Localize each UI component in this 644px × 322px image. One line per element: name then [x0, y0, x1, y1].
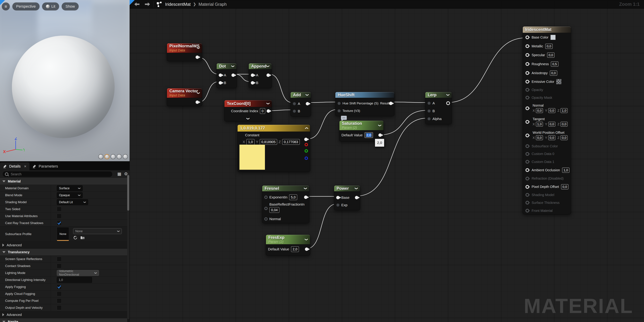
- node-fresexp[interactable]: FresExpParam (2)❯Default Value2,0: [266, 235, 310, 255]
- show-button[interactable]: Show: [62, 2, 79, 10]
- browse-asset-icon[interactable]: [80, 235, 85, 240]
- value-box[interactable]: 0,0: [561, 184, 568, 189]
- input-pin[interactable]: [336, 203, 340, 207]
- input-pin[interactable]: [526, 185, 529, 189]
- dropdown-lighting-mode[interactable]: Volumetric NonDirectional❯: [57, 270, 99, 276]
- details-scrollbar-thumb[interactable]: [127, 175, 129, 211]
- value-box[interactable]: 2,0: [364, 132, 373, 138]
- node-hueshift[interactable]: HueShiftHue Shift Percentage (S)ResultTe…: [335, 92, 394, 116]
- node-append[interactable]: Append❯AB: [248, 63, 272, 88]
- field-directional-lighting-intensity[interactable]: 1,0: [57, 277, 92, 283]
- chevron-down-icon[interactable]: ❯: [266, 102, 270, 105]
- chevron-down-icon[interactable]: ❯: [196, 92, 200, 94]
- value-box[interactable]: 2,0: [291, 246, 299, 252]
- input-pin[interactable]: [526, 193, 529, 197]
- value-box[interactable]: 1,0: [246, 139, 254, 145]
- channel-output-pin[interactable]: [304, 157, 308, 160]
- output-pin[interactable]: [378, 133, 382, 137]
- input-pin[interactable]: [526, 177, 529, 180]
- value-box[interactable]: 0: [260, 108, 265, 114]
- forward-arrow-icon[interactable]: [144, 2, 151, 7]
- input-pin[interactable]: [526, 53, 529, 57]
- chevron-down-icon[interactable]: ❯: [231, 65, 235, 67]
- input-pin[interactable]: [526, 201, 529, 204]
- input-pin[interactable]: [293, 102, 296, 105]
- output-pin[interactable]: [266, 73, 270, 77]
- node-pixelnormalws[interactable]: PixelNormalWSInput Data❯: [167, 43, 202, 61]
- chevron-down-icon[interactable]: ❯: [354, 187, 358, 190]
- input-pin[interactable]: [338, 102, 341, 105]
- output-pin[interactable]: [196, 55, 199, 59]
- chevron-down-icon[interactable]: ❯: [266, 65, 270, 67]
- output-pin[interactable]: [389, 102, 392, 105]
- output-pin[interactable]: [355, 196, 358, 199]
- section-header-nanite[interactable]: Nanite: [0, 318, 127, 322]
- tab-parameters[interactable]: Parameters: [30, 162, 61, 170]
- input-pin[interactable]: [526, 209, 529, 212]
- node-add[interactable]: Add❯AB: [290, 92, 311, 116]
- input-pin[interactable]: [526, 152, 529, 156]
- asset-thumbnail[interactable]: None: [57, 227, 69, 241]
- use-selected-asset-icon[interactable]: [73, 235, 78, 240]
- checkbox-compute-fog-per-pixel[interactable]: [57, 298, 62, 303]
- value-box[interactable]: 0,177083: [282, 139, 300, 145]
- checkbox-two-sided[interactable]: [57, 207, 62, 211]
- node-power[interactable]: Power❯BaseExp: [334, 185, 360, 210]
- input-pin[interactable]: [526, 62, 529, 66]
- output-pin[interactable]: [251, 81, 254, 85]
- output-pin[interactable]: [219, 81, 222, 85]
- chevron-down-icon[interactable]: ❯: [378, 124, 382, 127]
- section-header-translucency[interactable]: Translucency: [0, 249, 127, 256]
- input-pin[interactable]: [526, 96, 529, 99]
- checkbox-use-material-attributes[interactable]: [57, 214, 62, 218]
- output-pin[interactable]: [267, 109, 270, 113]
- checkbox-output-depth-and-velocity[interactable]: [57, 305, 62, 310]
- chevron-down-icon[interactable]: ❯: [446, 94, 450, 96]
- asset-dropdown[interactable]: None❯: [73, 228, 122, 234]
- node-material-output[interactable]: IridescentMatBase ColorMetallic0,0Specul…: [522, 26, 571, 214]
- value-box[interactable]: 0,04: [269, 207, 280, 213]
- input-pin[interactable]: [526, 134, 529, 137]
- value-box[interactable]: 5,0: [289, 194, 297, 200]
- search-input[interactable]: [10, 172, 110, 176]
- chevron-down-icon[interactable]: ❯: [304, 238, 308, 241]
- search-box[interactable]: [2, 171, 112, 177]
- comment-bubble-icon[interactable]: •••: [341, 116, 347, 120]
- value-box[interactable]: 1,0: [562, 167, 570, 173]
- value-box[interactable]: 0,0: [550, 70, 557, 76]
- input-pin[interactable]: [526, 106, 529, 110]
- value-box[interactable]: 0,0: [547, 52, 554, 58]
- shape-cylinder-button[interactable]: [98, 154, 104, 159]
- output-pin[interactable]: [232, 73, 235, 77]
- input-pin[interactable]: [264, 217, 268, 221]
- checkbox-apply-fogging[interactable]: [57, 285, 62, 289]
- input-pin[interactable]: [264, 195, 268, 199]
- input-pin[interactable]: [526, 120, 529, 124]
- shape-sphere-button[interactable]: [104, 154, 110, 159]
- advanced-category-row[interactable]: Advanced: [0, 242, 127, 249]
- input-pin[interactable]: [427, 109, 431, 113]
- preview-viewport[interactable]: ≡ Perspective Lit Show X Y Z: [0, 0, 130, 161]
- node-constant[interactable]: 1,0.819,0.177❯ConstantX1,0Y0,818905Z0,17…: [238, 125, 310, 172]
- perspective-button[interactable]: Perspective: [12, 2, 40, 10]
- checkbox-apply-cloud-fogging[interactable]: [57, 292, 62, 296]
- channel-output-pin[interactable]: [304, 149, 308, 153]
- node-texcoord[interactable]: TexCoord[0]❯Coordinate Index0❯: [224, 100, 272, 121]
- shape-cube-button[interactable]: [117, 154, 122, 159]
- input-pin[interactable]: [264, 207, 268, 210]
- chevron-down-icon[interactable]: ❯: [305, 94, 309, 96]
- chevron-up-icon[interactable]: ❯: [304, 127, 308, 129]
- input-pin[interactable]: [427, 102, 431, 105]
- input-pin[interactable]: [526, 35, 529, 39]
- tab-details[interactable]: Details ×: [0, 162, 30, 170]
- input-pin[interactable]: [526, 88, 529, 92]
- shape-plane-button[interactable]: [110, 154, 116, 159]
- output-pin[interactable]: [305, 247, 308, 251]
- input-pin[interactable]: [293, 110, 296, 113]
- expand-chevron-icon[interactable]: ❯: [246, 117, 250, 120]
- close-tab-icon[interactable]: ×: [24, 164, 26, 169]
- output-pin[interactable]: [306, 102, 309, 105]
- chevron-down-icon[interactable]: ❯: [304, 187, 307, 190]
- input-pin[interactable]: [526, 44, 529, 48]
- section-header-material[interactable]: Material: [0, 178, 127, 185]
